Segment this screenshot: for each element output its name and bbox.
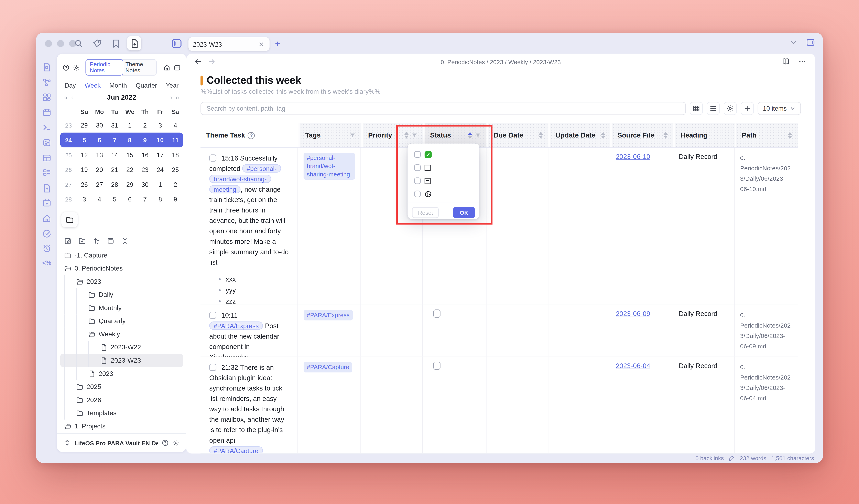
gear-icon[interactable] (73, 64, 80, 71)
priority-cell[interactable] (361, 305, 423, 357)
calendar-day-cell[interactable]: 17 (153, 151, 168, 158)
calendar-day-cell[interactable]: 8 (153, 196, 168, 202)
tag-chip[interactable]: #personal-brand/wot-sharing-meeting (304, 153, 355, 180)
priority-cell[interactable] (361, 357, 423, 453)
column-header-theme-task[interactable]: Theme Task ? (200, 123, 298, 147)
new-note-icon[interactable] (64, 237, 72, 245)
calendar-day-cell[interactable]: 8 (122, 137, 137, 143)
calendar-day-cell[interactable]: 13 (92, 151, 107, 158)
tree-item--1-capture[interactable]: -1. Capture (60, 249, 183, 262)
status-checkbox[interactable] (433, 309, 440, 318)
filter-icon[interactable] (475, 132, 481, 138)
sort-ascending-active-icon[interactable] (468, 132, 472, 139)
due-date-cell[interactable] (486, 305, 548, 357)
calendar-icon[interactable] (174, 64, 181, 71)
tab-2023-w23[interactable]: 2023-W23 ✕ (189, 37, 270, 51)
update-date-cell[interactable] (548, 148, 610, 305)
calendar-day-cell[interactable]: 4 (92, 196, 107, 202)
table-view-icon[interactable] (690, 102, 703, 115)
sort-icon[interactable] (404, 132, 409, 139)
search-icon[interactable] (71, 36, 86, 50)
sort-icon[interactable] (663, 132, 668, 139)
calendar-day-cell[interactable]: 1 (122, 122, 137, 128)
calendar-day-cell[interactable]: 23 (137, 166, 153, 173)
next-month-icon[interactable]: › (168, 94, 174, 102)
inline-tag[interactable]: #PARA/Capture (209, 446, 263, 453)
status-option-scheduled[interactable] (407, 187, 479, 201)
gear-icon[interactable] (172, 439, 180, 446)
calendar-day-cell[interactable]: 12 (77, 151, 92, 158)
column-header-tags[interactable]: Tags (298, 123, 361, 147)
calendar-day-cell[interactable]: 3 (77, 196, 92, 202)
tree-item-weekly[interactable]: Weekly (60, 327, 183, 341)
tree-item-0-periodicnotes[interactable]: 0. PeriodicNotes (60, 262, 183, 275)
calendar-day-cell[interactable]: 22 (122, 166, 137, 173)
calendar-day-cell[interactable]: 30 (92, 122, 107, 128)
calendar-day-cell[interactable]: 24 (153, 166, 168, 173)
tree-item-2025[interactable]: 2025 (60, 380, 183, 393)
filter-icon[interactable] (349, 132, 356, 138)
calendar-day-cell[interactable]: 3 (153, 122, 168, 128)
file-search-icon[interactable] (42, 63, 51, 72)
tag-chip[interactable]: #PARA/Express (304, 310, 353, 320)
period-tab-week[interactable]: Week (85, 82, 101, 89)
month-year-label[interactable]: Jun 2022 (75, 94, 168, 102)
due-date-cell[interactable] (486, 148, 548, 305)
more-options-icon[interactable] (798, 58, 807, 65)
calendar-day-cell[interactable]: 6 (122, 196, 137, 202)
source-file-link[interactable]: 2023-06-09 (616, 310, 650, 318)
calendar-day-cell[interactable]: 9 (137, 137, 153, 143)
option-checkbox[interactable] (414, 178, 421, 184)
pencil-edit-icon[interactable] (729, 455, 735, 461)
layout-table-icon[interactable] (42, 153, 51, 163)
calendar-day-cell[interactable]: 30 (137, 181, 153, 188)
calendar-day-cell[interactable]: 2 (137, 122, 153, 128)
calendar-day-cell[interactable]: 4 (168, 122, 183, 128)
word-count[interactable]: 232 words (740, 455, 766, 461)
status-cell[interactable] (423, 357, 486, 453)
minimize-window-button[interactable] (57, 40, 64, 47)
calendar-day-cell[interactable]: 11 (168, 137, 183, 143)
tree-item-2023-w22[interactable]: 2023-W22 (60, 341, 183, 354)
reading-view-book-icon[interactable] (782, 58, 790, 65)
calendar-day-cell[interactable]: 10 (153, 137, 168, 143)
column-header-update-date[interactable]: Update Date (548, 123, 610, 147)
bookmark-icon[interactable] (108, 36, 123, 50)
tree-item-templates[interactable]: Templates (60, 407, 183, 420)
period-tab-day[interactable]: Day (64, 82, 76, 89)
calendar-heart-icon[interactable] (42, 198, 51, 208)
status-option-done[interactable]: ✓ (407, 148, 479, 161)
calendar-day-cell[interactable]: 20 (92, 166, 107, 173)
list-view-icon[interactable] (706, 102, 720, 115)
calendar-day-cell[interactable]: 29 (122, 181, 137, 188)
items-count-dropdown[interactable]: 10 items (757, 102, 801, 115)
vault-switcher[interactable]: LifeOS Pro PARA Vault EN De... (57, 433, 186, 452)
column-header-due-date[interactable]: Due Date (486, 123, 548, 147)
source-file-link[interactable]: 2023-06-10 (616, 153, 650, 161)
task-checkbox[interactable] (209, 312, 216, 319)
calendar-icon[interactable] (42, 108, 51, 117)
calendar-day-cell[interactable]: 26 (77, 181, 92, 188)
help-circle-icon[interactable]: ? (248, 132, 255, 139)
tab-close-icon[interactable]: ✕ (258, 40, 265, 48)
check-circle-icon[interactable] (42, 229, 51, 238)
calendar-week-row[interactable]: 2512131415161718 (60, 147, 183, 162)
close-window-button[interactable] (45, 40, 52, 47)
status-option-cancelled[interactable] (407, 174, 479, 187)
breadcrumb[interactable]: 0. PeriodicNotes / 2023 / Weekly / 2023-… (186, 59, 815, 65)
file-plus-icon[interactable] (42, 183, 51, 193)
calendar-day-cell[interactable]: 7 (137, 196, 153, 202)
reset-button[interactable]: Reset (412, 207, 439, 218)
search-input[interactable] (200, 102, 685, 115)
tag-chip[interactable]: #PARA/Capture (304, 362, 353, 372)
calendar-week-row[interactable]: 283456789 (60, 192, 183, 207)
calendar-week-row[interactable]: 2619202122232425 (60, 162, 183, 177)
tree-item-2023[interactable]: 2023 (60, 275, 183, 288)
next-year-icon[interactable]: » (174, 94, 181, 102)
update-date-cell[interactable] (548, 305, 610, 357)
filter-icon[interactable] (411, 132, 418, 138)
due-date-cell[interactable] (486, 357, 548, 453)
option-checkbox[interactable] (414, 191, 421, 197)
dice-icon[interactable] (42, 138, 51, 147)
sort-icon[interactable] (539, 132, 543, 139)
